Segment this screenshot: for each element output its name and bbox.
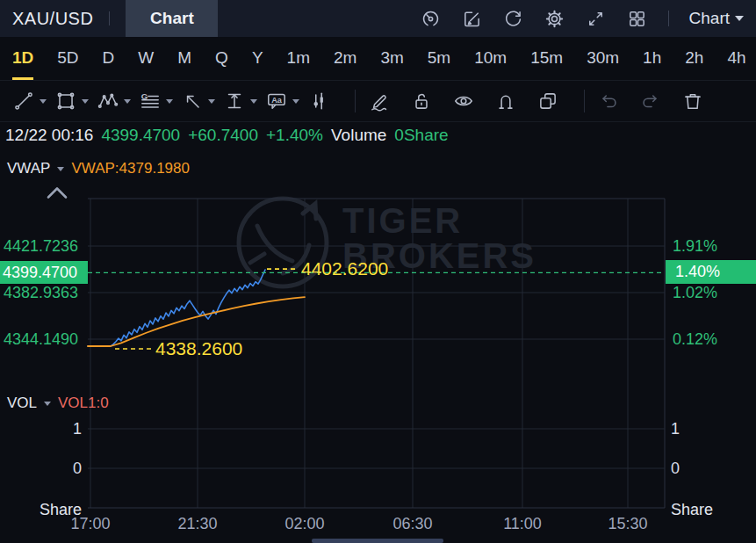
fullscreen-icon[interactable] (586, 8, 607, 29)
visibility-eye-icon[interactable] (452, 90, 475, 112)
divider (355, 90, 356, 112)
timeframe-M[interactable]: M (177, 37, 191, 80)
open-price-annotation: 4338.2600 (155, 337, 242, 360)
quote-info-line: 12/22 00:16 4399.4700 +60.7400 +1.40% Vo… (5, 126, 449, 145)
chart-layout-label: Chart (689, 9, 730, 28)
vol-tick-right: 1 (671, 419, 680, 438)
volume-value: 0Share (394, 126, 448, 145)
refresh-icon[interactable] (503, 8, 524, 29)
quote-price: 4399.4700 (101, 126, 180, 145)
svg-text:TIGER: TIGER (342, 201, 463, 240)
price-range-tool[interactable] (223, 90, 257, 112)
divider (584, 90, 585, 112)
timeframe-3m[interactable]: 3m (380, 37, 403, 80)
timeframe-bar: 1D5DDWMQY1m2m3m5m10m15m30m1h2h4h (0, 37, 756, 81)
timeframe-2h[interactable]: 2h (685, 37, 703, 80)
quote-change-percent: +1.40% (266, 126, 323, 145)
current-price-badge: 4399.4700 (0, 261, 88, 284)
timeframe-Y[interactable]: Y (252, 37, 263, 80)
chart-layout-dropdown[interactable]: Chart (689, 9, 744, 28)
vol-value: VOL1:0 (58, 395, 109, 412)
clone-icon[interactable] (536, 90, 559, 112)
time-tick: 15:30 (597, 515, 659, 533)
time-tick: 02:00 (274, 515, 335, 533)
percent-tick: 1.02% (673, 283, 717, 302)
quote-datetime: 12/22 00:16 (5, 126, 93, 145)
vol-unit-right: Share (671, 500, 713, 519)
time-tick: 17:00 (60, 515, 121, 533)
volume-label: Volume (331, 126, 386, 145)
svg-text:Aa: Aa (271, 96, 283, 105)
vwap-name: VWAP (7, 160, 50, 177)
top-bar: XAU/USD Chart Cha (0, 0, 756, 37)
symbol-title: XAU/USD (0, 9, 93, 29)
timeframe-5D[interactable]: 5D (57, 37, 78, 80)
time-tick: 21:30 (167, 515, 228, 533)
chevron-down-icon (735, 16, 744, 25)
last-price-annotation: 4402.6200 (301, 257, 388, 280)
wave-tool[interactable] (97, 90, 131, 112)
trend-line-tool[interactable] (12, 90, 47, 112)
timeframe-Q[interactable]: Q (215, 37, 228, 80)
chevron-down-icon (40, 99, 47, 107)
layout-grid-icon[interactable] (627, 8, 648, 29)
chevron-down-icon[interactable] (44, 402, 51, 409)
time-tick: 06:30 (382, 515, 443, 533)
vol-tick-right: 0 (671, 459, 680, 478)
timeframe-1m[interactable]: 1m (287, 37, 310, 80)
percent-tick: 1.91% (673, 236, 717, 256)
vol-tick-left: 0 (0, 459, 82, 478)
vol-name: VOL (7, 395, 37, 412)
gauge-icon[interactable] (421, 8, 442, 29)
time-tick: 11:00 (492, 515, 553, 533)
timeframe-30m[interactable]: 30m (587, 37, 619, 80)
topbar-actions: Chart (421, 8, 756, 29)
tiger-trade-chart-window: XAU/USD Chart Cha (0, 0, 756, 543)
timeframe-5m[interactable]: 5m (428, 37, 450, 80)
vol-tick-left: 1 (0, 419, 82, 438)
quote-change: +60.7400 (188, 126, 258, 145)
timeframe-10m[interactable]: 10m (474, 37, 507, 80)
draw-pencil-tool[interactable] (368, 90, 391, 112)
rectangle-tool[interactable] (54, 90, 89, 112)
unlock-icon[interactable] (410, 90, 433, 112)
current-percent-badge: 1.40% (666, 260, 756, 284)
chevron-down-icon (166, 99, 173, 107)
drawing-toolbar: G Aa (0, 81, 756, 122)
magnet-icon[interactable] (494, 90, 517, 112)
price-tick: 4344.1490 (4, 329, 86, 349)
arrow-tool[interactable] (181, 90, 215, 112)
chevron-down-icon (292, 99, 299, 107)
timeframe-1h[interactable]: 1h (643, 37, 661, 80)
timeframe-15m[interactable]: 15m (530, 37, 563, 80)
edit-icon[interactable] (462, 8, 483, 29)
chevron-down-icon (82, 99, 89, 107)
tab-chart[interactable]: Chart (126, 0, 218, 37)
settings-icon[interactable] (544, 8, 565, 29)
chevron-down-icon (250, 99, 257, 107)
vwap-indicator-row: VWAP VWAP:4379.1980 (7, 160, 190, 177)
price-tick: 4382.9363 (4, 283, 86, 302)
price-tick: 4421.7236 (4, 236, 86, 256)
chevron-down-icon (208, 99, 215, 107)
text-note-tool[interactable]: Aa (265, 90, 299, 112)
timeframe-1D[interactable]: 1D (12, 37, 33, 80)
collapse-pane-chevron[interactable] (46, 185, 68, 204)
timeframe-W[interactable]: W (138, 37, 154, 80)
delete-trash-icon[interactable] (681, 90, 704, 112)
volume-profile-tool[interactable] (307, 90, 330, 112)
gann-lines-tool[interactable]: G (139, 90, 173, 112)
chevron-down-icon (124, 99, 131, 107)
price-chart-canvas[interactable]: TIGERBROKERS (0, 122, 756, 543)
percent-tick: 0.12% (673, 329, 717, 349)
redo-icon[interactable] (639, 90, 662, 112)
vwap-value: VWAP:4379.1980 (71, 160, 190, 177)
timeframe-D[interactable]: D (103, 37, 115, 80)
divider (668, 11, 669, 26)
undo-icon[interactable] (597, 90, 620, 112)
divider (109, 11, 110, 25)
timeframe-2m[interactable]: 2m (334, 37, 356, 80)
horizontal-scrollbar-thumb[interactable] (312, 539, 443, 543)
chevron-down-icon[interactable] (57, 167, 64, 175)
timeframe-4h[interactable]: 4h (727, 37, 745, 80)
